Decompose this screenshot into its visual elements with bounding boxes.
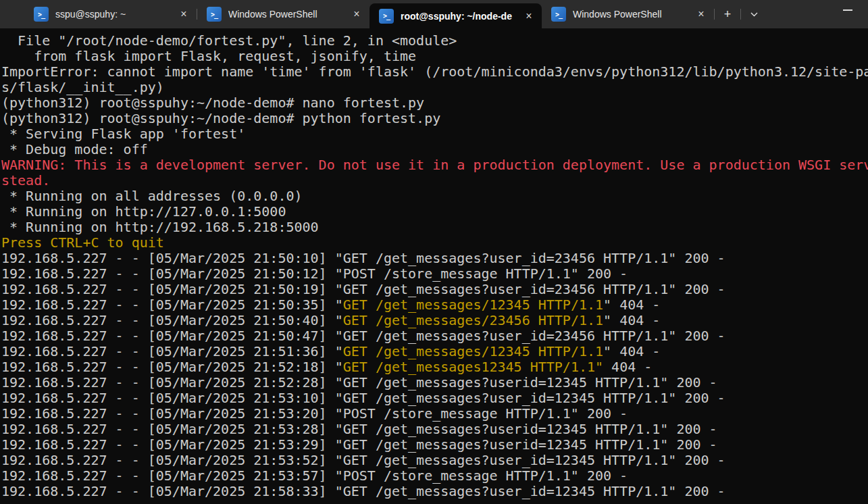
terminal-line: 192.168.5.227 - - [05/Mar/2025 21:53:20]… — [1, 406, 868, 422]
tab-close-button[interactable]: × — [694, 7, 709, 22]
tab-title: sspu@sspuhy: ~ — [55, 9, 170, 20]
terminal-line: * Running on http://127.0.0.1:5000 — [1, 204, 868, 220]
terminal-line: 192.168.5.227 - - [05/Mar/2025 21:53:52]… — [1, 453, 868, 468]
terminal-line: 192.168.5.227 - - [05/Mar/2025 21:50:19]… — [1, 282, 868, 297]
terminal-line: Press CTRL+C to quit — [1, 235, 868, 251]
terminal-line: File "/root/node-demo/fortest.py", line … — [1, 33, 868, 49]
tab-bar: >_sspu@sspuhy: ~×>_Windows PowerShell×>_… — [0, 0, 868, 28]
terminal-line: * Serving Flask app 'fortest' — [1, 126, 868, 142]
terminal-line: * Running on http://192.168.5.218:5000 — [1, 220, 868, 235]
chevron-down-icon — [750, 12, 758, 17]
terminal-line: 192.168.5.227 - - [05/Mar/2025 21:58:33]… — [1, 484, 868, 499]
terminal-line: WARNING: This is a development server. D… — [1, 157, 868, 173]
terminal-line: (python312) root@sspuhy:~/node-demo# nan… — [1, 95, 868, 111]
tab-close-button[interactable]: × — [176, 7, 191, 22]
terminal-lines: File "/root/node-demo/fortest.py", line … — [1, 33, 868, 499]
terminal-line: ImportError: cannot import name 'time' f… — [1, 64, 868, 80]
tabs-container: >_sspu@sspuhy: ~×>_Windows PowerShell×>_… — [24, 0, 714, 28]
terminal-line: 192.168.5.227 - - [05/Mar/2025 21:50:47]… — [1, 328, 868, 344]
terminal-line: 192.168.5.227 - - [05/Mar/2025 21:52:18]… — [1, 359, 868, 375]
terminal-line: 192.168.5.227 - - [05/Mar/2025 21:53:29]… — [1, 437, 868, 453]
terminal-line: * Running on all addresses (0.0.0.0) — [1, 188, 868, 204]
new-tab-button[interactable]: + — [715, 0, 740, 28]
tab-title: Windows PowerShell — [228, 9, 342, 20]
terminal-line: (python312) root@sspuhy:~/node-demo# pyt… — [1, 111, 868, 126]
terminal-line: * Debug mode: off — [1, 142, 868, 157]
tab-close-button[interactable]: × — [521, 9, 536, 24]
terminal-line: 192.168.5.227 - - [05/Mar/2025 21:53:10]… — [1, 390, 868, 406]
powershell-icon: >_ — [379, 9, 394, 24]
terminal-output[interactable]: File "/root/node-demo/fortest.py", line … — [0, 28, 868, 504]
powershell-icon: >_ — [34, 7, 49, 22]
terminal-line: 192.168.5.227 - - [05/Mar/2025 21:51:36]… — [1, 344, 868, 359]
terminal-line: stead. — [1, 173, 868, 188]
terminal-window: >_sspu@sspuhy: ~×>_Windows PowerShell×>_… — [0, 0, 868, 504]
tab-3-active[interactable]: >_root@sspuhy: ~/node-de× — [369, 3, 542, 28]
minimize-icon — [843, 9, 852, 11]
tab-4[interactable]: >_Windows PowerShell× — [542, 0, 714, 28]
terminal-line: 192.168.5.227 - - [05/Mar/2025 21:50:10]… — [1, 251, 868, 266]
terminal-line: 192.168.5.227 - - [05/Mar/2025 21:50:12]… — [1, 266, 868, 282]
tab-close-button[interactable]: × — [349, 7, 364, 22]
terminal-line: 192.168.5.227 - - [05/Mar/2025 21:53:57]… — [1, 468, 868, 484]
tab-title: Windows PowerShell — [573, 9, 687, 20]
tab-dropdown-button[interactable] — [741, 0, 767, 28]
tab-2[interactable]: >_Windows PowerShell× — [197, 0, 369, 28]
powershell-icon: >_ — [551, 7, 566, 22]
tab-1[interactable]: >_sspu@sspuhy: ~× — [24, 0, 197, 28]
tab-title: root@sspuhy: ~/node-de — [401, 11, 515, 22]
terminal-line: from flask import Flask, request, jsonif… — [1, 49, 868, 64]
minimize-button[interactable] — [832, 0, 863, 20]
terminal-line: s/flask/__init__.py) — [1, 80, 868, 95]
powershell-icon: >_ — [207, 7, 222, 22]
terminal-line: 192.168.5.227 - - [05/Mar/2025 21:50:35]… — [1, 297, 868, 313]
plus-icon: + — [724, 7, 732, 22]
terminal-line: 192.168.5.227 - - [05/Mar/2025 21:50:40]… — [1, 313, 868, 328]
terminal-line: 192.168.5.227 - - [05/Mar/2025 21:52:28]… — [1, 375, 868, 390]
terminal-line: 192.168.5.227 - - [05/Mar/2025 21:53:28]… — [1, 422, 868, 437]
